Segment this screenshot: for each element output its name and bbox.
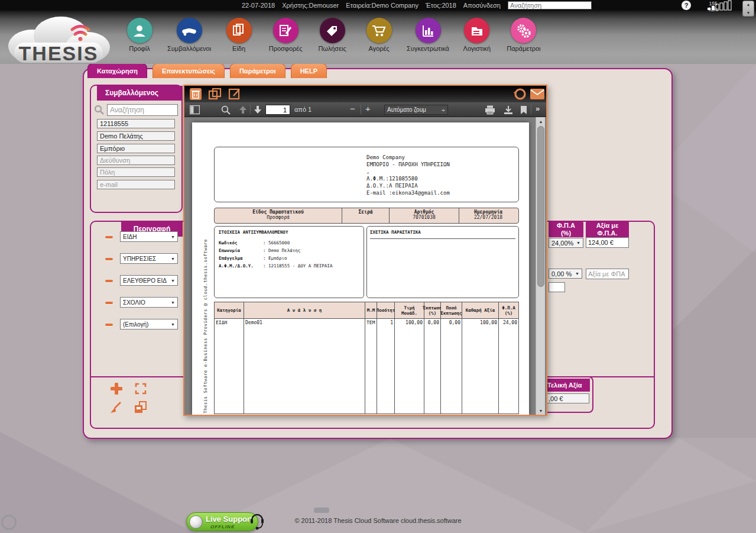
contact-profession-field[interactable] (97, 144, 175, 153)
nav-item-sales[interactable]: Πωλήσεις (313, 18, 351, 52)
line-type-select-1[interactable]: ΕΙΔΗ▼ (120, 231, 178, 242)
chevron-down-icon: ▼ (171, 301, 175, 305)
current-date: 22-07-2018 (242, 2, 275, 9)
email-document-icon[interactable] (530, 88, 545, 100)
print-icon[interactable] (485, 105, 495, 115)
gears-icon (511, 18, 536, 43)
tab-help[interactable]: HELP (291, 63, 327, 78)
contact-name-field[interactable] (97, 131, 175, 141)
page-up-icon[interactable] (239, 105, 247, 114)
scroll-up-icon[interactable]: ▲ (747, 2, 751, 7)
remove-line-icon[interactable] (105, 324, 113, 326)
document-action-bar (184, 86, 546, 102)
fullscreen-icon[interactable] (135, 383, 147, 395)
sidebar-toggle-icon[interactable] (190, 105, 200, 115)
contact-address-field[interactable] (97, 156, 175, 165)
clear-broom-icon[interactable] (109, 400, 123, 415)
related-docs-title: ΣΧΕΤΙΚΑ ΠΑΡΑΣΤΑΤΙΚΑ (370, 230, 421, 235)
zoom-out-button[interactable]: − (350, 104, 355, 114)
duplicate-document-icon[interactable] (208, 88, 222, 101)
vat-percent-header: Φ.Π.Α (%) (549, 221, 583, 237)
page-number-input[interactable] (265, 105, 290, 115)
save-copy-icon[interactable] (134, 400, 148, 415)
tab-reprints[interactable]: Επανεκτυπώσεις (153, 63, 225, 78)
nav-item-accounting[interactable]: Λογιστική (458, 18, 496, 52)
add-line-icon[interactable] (109, 382, 124, 396)
page-scroll-widget[interactable]: ▲ ▼ (742, 1, 754, 17)
line-type-select-4[interactable]: ΣΧΟΛΙΟ▼ (120, 297, 178, 308)
company-activity: ΕΜΠΟΡΙΟ - ΠΑΡΟΧΗ ΥΠΗΡΕΣΙΩΝ (366, 161, 450, 168)
pdf-viewer-canvas: Thesis Software e-Business Providers @ c… (184, 117, 546, 415)
zoom-level-select[interactable]: Αυτόματο ζουμ ÷ (384, 105, 448, 115)
chevron-down-icon: ▼ (576, 241, 580, 245)
help-icon[interactable]: ? (682, 1, 691, 10)
nav-item-partners[interactable]: Συμβαλλόμενοι (167, 18, 211, 52)
pdf-scrollbar[interactable]: ▲ ▼ (536, 117, 545, 415)
remove-line-icon[interactable] (105, 280, 113, 282)
nav-item-parameters[interactable]: Παράμετροι (505, 18, 543, 52)
value-with-vat-input-2[interactable] (586, 269, 629, 279)
main-nav: Προφίλ Συμβαλλόμενοι Είδη Προσφορές Πωλή… (121, 18, 543, 52)
contact-code-field[interactable] (97, 119, 175, 128)
page-down-icon[interactable] (254, 105, 262, 114)
extra-amount-input[interactable] (549, 282, 565, 292)
contact-search-input[interactable] (107, 104, 178, 116)
company-name: Demo Company (366, 154, 450, 161)
nav-item-items[interactable]: Είδη (220, 18, 258, 52)
item-net-value: 100,00 (462, 319, 499, 327)
price-tag-icon (320, 18, 345, 43)
delete-document-icon[interactable] (189, 88, 202, 101)
invoice-page: Thesis Software e-Business Providers @ c… (192, 122, 529, 415)
nav-item-purchases[interactable]: Αγορές (360, 18, 398, 52)
scroll-down-icon[interactable]: ▼ (747, 11, 751, 15)
tab-parameters[interactable]: Παράμετροι (230, 63, 285, 78)
undo-icon[interactable] (513, 87, 527, 101)
find-icon[interactable] (221, 105, 231, 115)
remove-line-icon[interactable] (105, 258, 113, 260)
logout-link[interactable]: Αποσύνδεση (463, 2, 501, 9)
search-icon[interactable] (94, 105, 105, 115)
nav-item-offers[interactable]: Προσφορές (267, 18, 304, 52)
item-unit: ΤΕΜ (365, 319, 377, 327)
chevron-down-icon: ▼ (171, 257, 175, 261)
download-icon[interactable] (504, 105, 513, 115)
pdf-scrollbar-thumb[interactable] (537, 126, 544, 287)
value-with-vat-input-1[interactable] (586, 237, 629, 248)
pdf-preview-overlay: από 1 − + Αυτόματο ζουμ ÷ » Thesis Softw… (183, 85, 547, 416)
remove-line-icon[interactable] (105, 236, 113, 238)
vat-percent-select-2[interactable]: 0,00 %▼ (549, 269, 582, 279)
item-qty: 1 (377, 319, 395, 327)
chevron-down-icon: ▼ (171, 235, 175, 239)
item-discount-pct: 0,00 (424, 319, 441, 327)
bar-chart-icon (416, 18, 441, 43)
nav-item-reports[interactable]: Συγκεντρωτικά (407, 18, 449, 52)
item-vat-pct: 24,00 (499, 319, 518, 327)
related-docs-underline (370, 238, 515, 239)
chevron-down-icon: ▼ (575, 272, 579, 276)
contact-panel: Συμβαλλόμενος (90, 85, 183, 213)
logo-text: THESIS (19, 42, 99, 64)
contact-panel-title: Συμβαλλόμενος (97, 86, 183, 101)
company-email: E-mail :eikona34@gmail.com (366, 189, 450, 196)
line-type-select-3[interactable]: ΕΛΕΥΘΕΡΟ ΕΙΔ▼ (120, 275, 178, 286)
toolbar-more-button[interactable]: » (536, 104, 540, 113)
zoom-in-button[interactable]: + (365, 104, 371, 114)
contact-email-field[interactable] (97, 180, 175, 189)
line-type-select-2[interactable]: ΥΠΗΡΕΣΙΕΣ▼ (120, 253, 178, 264)
bookmark-icon[interactable] (520, 105, 527, 115)
scrollbar-down-icon[interactable]: ▼ (536, 406, 546, 415)
current-year: Έτος:2018 (426, 2, 456, 9)
thesis-logo[interactable]: THESIS (4, 12, 116, 67)
scrollbar-up-icon[interactable]: ▲ (536, 117, 546, 125)
nav-item-profile[interactable]: Προφίλ (121, 18, 158, 52)
global-search-input[interactable] (508, 1, 592, 9)
app-header: THESIS Προφίλ Συμβαλλόμενοι Είδη Προσφορ… (0, 11, 756, 64)
line-type-select-5[interactable]: (Επιλογή)▼ (120, 319, 178, 330)
contact-city-field[interactable] (97, 167, 175, 177)
company-address: , (366, 168, 450, 175)
related-docs-box (366, 226, 519, 298)
remove-line-icon[interactable] (105, 302, 113, 304)
live-support-badge[interactable]: Live Support OFFLINE (186, 512, 258, 531)
edit-document-icon[interactable] (228, 88, 241, 101)
vat-percent-select-1[interactable]: 24,00%▼ (549, 238, 583, 248)
